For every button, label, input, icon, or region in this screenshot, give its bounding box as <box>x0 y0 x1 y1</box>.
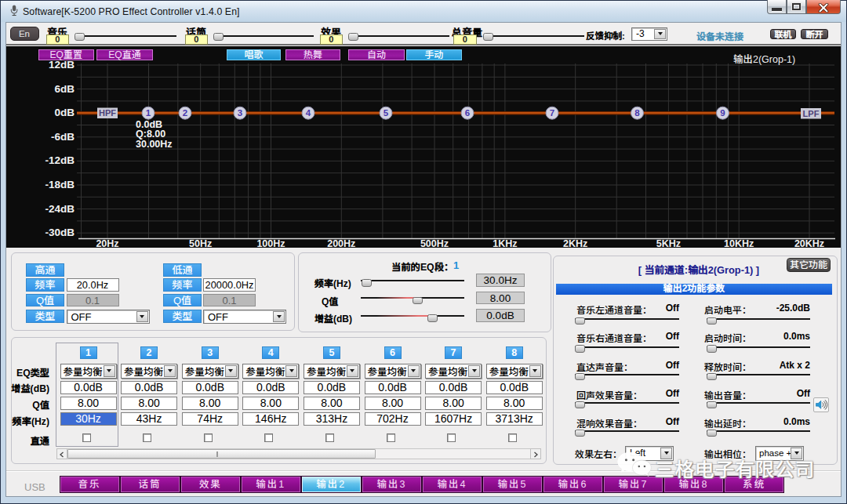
svg-text:3: 3 <box>238 108 242 118</box>
svg-text:6dB: 6dB <box>54 83 75 95</box>
svg-text:-18dB: -18dB <box>45 179 75 190</box>
svg-text:8: 8 <box>634 108 640 118</box>
svg-text:2: 2 <box>183 108 187 118</box>
svg-text:20KHz: 20KHz <box>794 238 824 248</box>
svg-text:HPF: HPF <box>99 108 116 118</box>
svg-text:6: 6 <box>465 108 470 118</box>
svg-text:2KHz: 2KHz <box>563 238 587 248</box>
svg-text:0dB: 0dB <box>54 107 75 118</box>
svg-text:1: 1 <box>146 108 151 118</box>
svg-text:LPF: LPF <box>803 109 820 118</box>
svg-text:500Hz: 500Hz <box>420 238 449 248</box>
svg-text:-12dB: -12dB <box>45 154 75 166</box>
svg-text:200Hz: 200Hz <box>327 238 355 248</box>
svg-text:5: 5 <box>384 108 389 118</box>
svg-text:9: 9 <box>720 108 725 118</box>
svg-text:-24dB: -24dB <box>45 203 75 215</box>
svg-text:30.00Hz: 30.00Hz <box>136 139 173 150</box>
svg-text:5KHz: 5KHz <box>656 238 681 248</box>
svg-text:20Hz: 20Hz <box>96 238 118 248</box>
svg-text:1KHz: 1KHz <box>493 238 517 248</box>
svg-text:4: 4 <box>306 108 311 118</box>
svg-text:12dB: 12dB <box>49 59 75 71</box>
svg-text:7: 7 <box>550 108 554 118</box>
svg-text:10KHz: 10KHz <box>724 238 754 248</box>
svg-text:100Hz: 100Hz <box>256 238 285 248</box>
svg-text:-6dB: -6dB <box>51 131 75 143</box>
svg-text:50Hz: 50Hz <box>189 238 212 248</box>
svg-text:-30dB: -30dB <box>45 227 75 238</box>
